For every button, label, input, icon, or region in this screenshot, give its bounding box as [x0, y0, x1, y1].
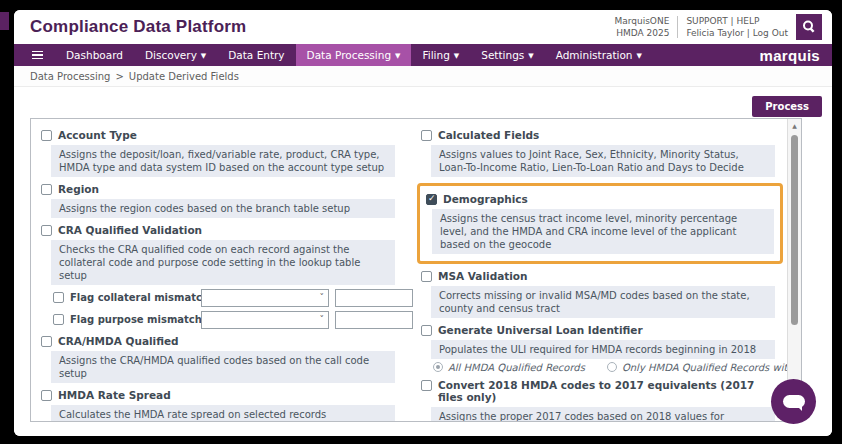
breadcrumb-current: Update Derived Fields	[129, 71, 239, 82]
flag-purpose-mismatch-label: Flag purpose mismatch	[70, 314, 202, 325]
generate-uli-label: Generate Universal Loan Identifier	[438, 324, 643, 336]
calculated-fields-label: Calculated Fields	[438, 129, 539, 141]
generate-uli-description: Populates the ULI required for HMDA reco…	[431, 340, 775, 359]
generate-uli-checkbox[interactable]	[421, 325, 432, 336]
program-selector[interactable]: HMDA 2025	[614, 27, 669, 39]
flag-purpose-mismatch-checkbox[interactable]	[53, 314, 64, 325]
hmda-rate-spread-checkbox[interactable]	[41, 390, 52, 401]
section-region: Region Assigns the region codes based on…	[41, 183, 395, 218]
header-account-area: MarquisONE HMDA 2025 SUPPORT | HELP Feli…	[614, 14, 822, 40]
msa-validation-description: Corrects missing or invalid MSA/MD codes…	[431, 286, 775, 318]
left-column: Account Type Assigns the deposit/loan, f…	[41, 127, 395, 421]
user-logout-links[interactable]: Felicia Taylor | Log Out	[686, 27, 788, 39]
section-generate-uli: Generate Universal Loan Identifier Popul…	[421, 324, 775, 373]
demographics-highlight-outline: Demographics Assigns the census tract in…	[417, 183, 783, 264]
radio-icon	[433, 362, 443, 372]
breadcrumb: Data Processing > Update Derived Fields	[14, 66, 832, 87]
radio-icon	[607, 362, 617, 372]
convert-2018-codes-label: Convert 2018 HMDA codes to 2017 equivale…	[438, 379, 775, 403]
flag-purpose-mismatch-input[interactable]	[335, 311, 413, 329]
scrollbar-thumb[interactable]	[791, 135, 798, 325]
demographics-description: Assigns the census tract income level, m…	[432, 209, 774, 254]
section-hmda-rate-spread: HMDA Rate Spread Calculates the HMDA rat…	[41, 389, 395, 421]
section-convert-2018-codes: Convert 2018 HMDA codes to 2017 equivale…	[421, 379, 775, 421]
cra-hmda-qualified-description: Assigns the CRA/HMDA qualified codes bas…	[51, 351, 395, 383]
panel-scrollbar[interactable]: ▲ ▼	[787, 119, 801, 421]
right-column: Calculated Fields Assigns values to Join…	[421, 127, 775, 421]
flag-purpose-mismatch-select[interactable]: ˅	[201, 311, 329, 329]
demographics-checkbox[interactable]	[426, 194, 437, 205]
header-divider	[677, 16, 678, 38]
region-description: Assigns the region codes based on the br…	[51, 199, 395, 218]
radio-only-hmda-no-existing-uli[interactable]: Only HMDA Qualified Records with no exis…	[607, 362, 787, 373]
flag-collateral-mismatch-checkbox[interactable]	[53, 292, 64, 303]
update-derived-fields-panel: Account Type Assigns the deposit/loan, f…	[30, 118, 802, 422]
nav-item-administration[interactable]: Administration ▼	[545, 44, 653, 66]
app-window: Compliance Data Platform MarquisONE HMDA…	[14, 10, 832, 436]
section-cra-hmda-qualified: CRA/HMDA Qualified Assigns the CRA/HMDA …	[41, 335, 395, 383]
cra-hmda-qualified-label: CRA/HMDA Qualified	[58, 335, 179, 347]
account-type-description: Assigns the deposit/loan, fixed/variable…	[51, 145, 395, 177]
demographics-label: Demographics	[443, 193, 528, 205]
flag-collateral-mismatch-input[interactable]	[335, 289, 413, 307]
section-calculated-fields: Calculated Fields Assigns values to Join…	[421, 129, 775, 177]
hmda-rate-spread-label: HMDA Rate Spread	[58, 389, 171, 401]
process-button[interactable]: Process	[752, 96, 822, 117]
account-links: SUPPORT | HELP Felicia Taylor | Log Out	[686, 15, 788, 39]
chat-button[interactable]	[771, 379, 816, 424]
cra-qualified-validation-label: CRA Qualified Validation	[58, 224, 202, 236]
product-selector[interactable]: MarquisONE	[614, 15, 669, 27]
nav-item-dashboard[interactable]: Dashboard	[55, 44, 134, 66]
calculated-fields-description: Assigns values to Joint Race, Sex, Ethni…	[431, 145, 775, 177]
account-type-checkbox[interactable]	[41, 130, 52, 141]
chat-icon	[783, 395, 805, 408]
convert-2018-codes-description: Assigns the proper 2017 codes based on 2…	[431, 407, 775, 421]
search-button[interactable]	[796, 14, 822, 40]
edge-accent	[0, 12, 9, 30]
calculated-fields-checkbox[interactable]	[421, 130, 432, 141]
account-type-label: Account Type	[58, 129, 137, 141]
cra-hmda-qualified-checkbox[interactable]	[41, 336, 52, 347]
nav-item-filing[interactable]: Filing ▼	[411, 44, 470, 66]
msa-validation-checkbox[interactable]	[421, 271, 432, 282]
convert-2018-codes-checkbox[interactable]	[421, 380, 432, 391]
nav-item-discovery[interactable]: Discovery ▼	[134, 44, 217, 66]
breadcrumb-parent[interactable]: Data Processing	[30, 71, 110, 82]
generate-uli-options: All HMDA Qualified Records Only HMDA Qua…	[433, 361, 775, 373]
chevron-down-icon: ˅	[320, 314, 325, 324]
radio-all-hmda-qualified-records[interactable]: All HMDA Qualified Records	[433, 362, 585, 373]
chevron-down-icon: ˅	[320, 292, 325, 302]
hmda-rate-spread-description: Calculates the HMDA rate spread on selec…	[51, 405, 395, 421]
hamburger-menu-icon[interactable]	[20, 44, 55, 66]
nav-item-data-entry[interactable]: Data Entry	[217, 44, 295, 66]
context-selectors: MarquisONE HMDA 2025	[614, 15, 669, 39]
section-demographics: Demographics Assigns the census tract in…	[426, 193, 774, 254]
chevron-down-icon: ▼	[395, 53, 400, 60]
main-nav: Dashboard Discovery ▼ Data Entry Data Pr…	[14, 44, 832, 66]
section-account-type: Account Type Assigns the deposit/loan, f…	[41, 129, 395, 177]
flag-collateral-mismatch-select[interactable]: ˅	[201, 289, 329, 307]
scroll-up-icon[interactable]: ▲	[788, 119, 801, 132]
flag-collateral-mismatch-label: Flag collateral mismatch	[70, 292, 209, 303]
breadcrumb-separator: >	[115, 71, 123, 82]
msa-validation-label: MSA Validation	[438, 270, 528, 282]
chevron-down-icon: ▼	[201, 53, 206, 60]
chevron-down-icon: ▼	[637, 53, 642, 60]
region-label: Region	[58, 183, 99, 195]
nav-item-data-processing[interactable]: Data Processing ▼	[296, 44, 412, 66]
flag-purpose-mismatch-row: Flag purpose mismatch ˅	[53, 310, 395, 329]
cra-qualified-validation-description: Checks the CRA qualified code on each re…	[51, 240, 395, 285]
region-checkbox[interactable]	[41, 184, 52, 195]
section-msa-validation: MSA Validation Corrects missing or inval…	[421, 270, 775, 318]
app-header: Compliance Data Platform MarquisONE HMDA…	[14, 10, 832, 44]
screenshot-frame: Compliance Data Platform MarquisONE HMDA…	[0, 0, 842, 444]
marquis-logo: marquis	[760, 44, 820, 66]
app-title: Compliance Data Platform	[30, 17, 246, 37]
chevron-down-icon: ▼	[454, 53, 459, 60]
support-help-links[interactable]: SUPPORT | HELP	[686, 15, 788, 27]
chevron-down-icon: ▼	[528, 53, 533, 60]
nav-item-settings[interactable]: Settings ▼	[470, 44, 544, 66]
cra-qualified-validation-checkbox[interactable]	[41, 225, 52, 236]
page-content: Process Account Type Assigns the deposit…	[14, 87, 832, 436]
section-cra-qualified-validation: CRA Qualified Validation Checks the CRA …	[41, 224, 395, 329]
